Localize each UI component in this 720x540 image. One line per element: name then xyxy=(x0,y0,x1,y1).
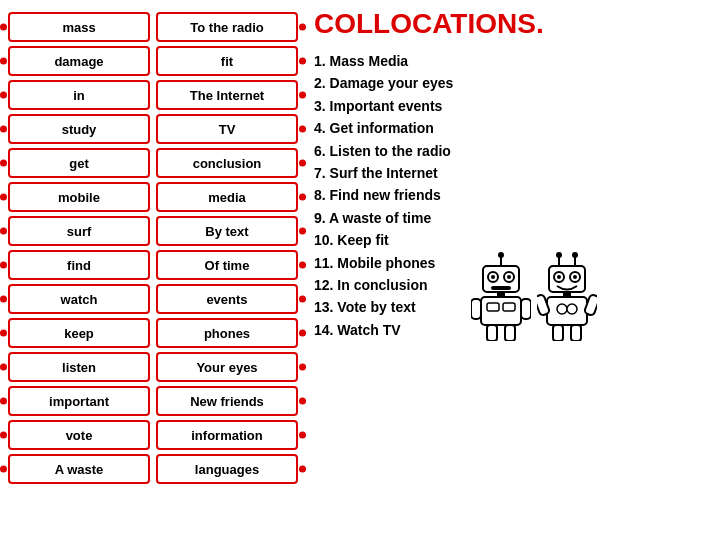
right-word-box: Your eyes xyxy=(156,352,298,382)
right-word-box: conclusion xyxy=(156,148,298,178)
collocations-list: 1. Mass Media2. Damage your eyes3. Impor… xyxy=(314,50,453,341)
collocation-item: 8. Find new friends xyxy=(314,184,453,206)
svg-rect-31 xyxy=(553,325,563,341)
left-word-box: in xyxy=(8,80,150,110)
right-word-box: New friends xyxy=(156,386,298,416)
left-word-box: watch xyxy=(8,284,150,314)
right-word-box: TV xyxy=(156,114,298,144)
right-word-column: To the radiofitThe InternetTVconclusionm… xyxy=(156,12,298,532)
right-word-box: information xyxy=(156,420,298,450)
left-word-box: find xyxy=(8,250,150,280)
collocation-item: 10. Keep fit xyxy=(314,229,453,251)
left-word-box: important xyxy=(8,386,150,416)
collocation-item: 6. Listen to the radio xyxy=(314,140,453,162)
collocation-item: 13. Vote by text xyxy=(314,296,453,318)
right-word-box: To the radio xyxy=(156,12,298,42)
svg-rect-15 xyxy=(505,325,515,341)
collocation-item: 7. Surf the Internet xyxy=(314,162,453,184)
right-word-box: By text xyxy=(156,216,298,246)
collocation-item: 4. Get information xyxy=(314,117,453,139)
svg-rect-7 xyxy=(491,286,511,290)
svg-point-5 xyxy=(491,275,495,279)
svg-rect-11 xyxy=(503,303,515,311)
collocations-content: 1. Mass Media2. Damage your eyes3. Impor… xyxy=(314,50,712,341)
svg-point-28 xyxy=(567,304,577,314)
right-word-box: The Internet xyxy=(156,80,298,110)
collocation-item: 9. A waste of time xyxy=(314,207,453,229)
left-word-box: A waste xyxy=(8,454,150,484)
svg-point-17 xyxy=(556,252,562,258)
right-word-box: languages xyxy=(156,454,298,484)
right-word-box: events xyxy=(156,284,298,314)
svg-point-1 xyxy=(498,252,504,258)
left-word-column: massdamageinstudygetmobilesurffindwatchk… xyxy=(8,12,150,532)
left-word-box: vote xyxy=(8,420,150,450)
left-word-box: get xyxy=(8,148,150,178)
svg-point-6 xyxy=(507,275,511,279)
left-word-box: mass xyxy=(8,12,150,42)
left-word-box: listen xyxy=(8,352,150,382)
collocation-item: 3. Important events xyxy=(314,95,453,117)
svg-point-19 xyxy=(572,252,578,258)
left-panel: massdamageinstudygetmobilesurffindwatchk… xyxy=(8,8,298,532)
svg-rect-14 xyxy=(487,325,497,341)
robot-2-icon xyxy=(537,251,597,341)
robot-1-icon xyxy=(471,251,531,341)
right-word-box: phones xyxy=(156,318,298,348)
collocation-item: 2. Damage your eyes xyxy=(314,72,453,94)
svg-point-24 xyxy=(573,275,577,279)
right-word-box: media xyxy=(156,182,298,212)
page: massdamageinstudygetmobilesurffindwatchk… xyxy=(0,0,720,540)
collocation-item: 14. Watch TV xyxy=(314,319,453,341)
right-word-box: fit xyxy=(156,46,298,76)
svg-point-23 xyxy=(557,275,561,279)
left-word-box: damage xyxy=(8,46,150,76)
svg-point-27 xyxy=(557,304,567,314)
left-word-box: study xyxy=(8,114,150,144)
right-panel: COLLOCATIONS. 1. Mass Media2. Damage you… xyxy=(298,8,712,532)
left-word-box: surf xyxy=(8,216,150,246)
svg-rect-32 xyxy=(571,325,581,341)
collocation-item: 1. Mass Media xyxy=(314,50,453,72)
svg-rect-12 xyxy=(471,299,481,319)
svg-rect-13 xyxy=(521,299,531,319)
collocation-item: 11. Mobile phones xyxy=(314,252,453,274)
right-word-box: Of time xyxy=(156,250,298,280)
robots-decoration xyxy=(471,251,597,341)
collocation-item: 12. In conclusion xyxy=(314,274,453,296)
svg-rect-10 xyxy=(487,303,499,311)
left-word-box: mobile xyxy=(8,182,150,212)
left-word-box: keep xyxy=(8,318,150,348)
page-title: COLLOCATIONS. xyxy=(314,8,712,40)
